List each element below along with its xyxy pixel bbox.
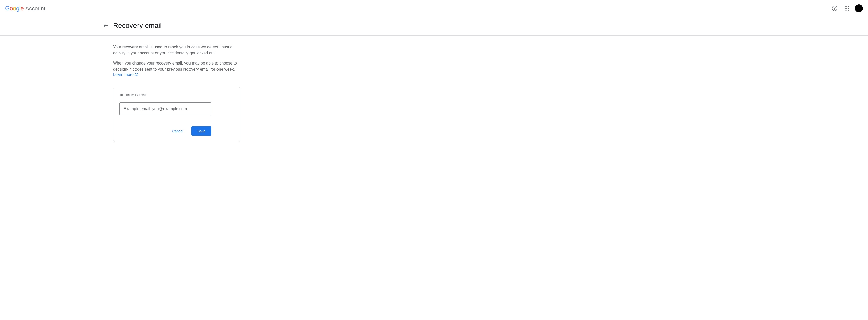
logo[interactable]: Google Account — [4, 5, 45, 12]
help-icon — [832, 5, 838, 11]
back-button[interactable] — [101, 21, 111, 31]
arrow-left-icon — [103, 23, 109, 29]
external-help-icon — [135, 73, 138, 76]
apps-button[interactable] — [842, 3, 852, 13]
description-text-2: When you change your recovery email, you… — [113, 60, 241, 72]
svg-point-7 — [848, 8, 849, 9]
apps-icon — [844, 6, 849, 11]
svg-point-4 — [848, 6, 849, 7]
svg-point-5 — [844, 8, 845, 9]
svg-point-6 — [846, 8, 847, 9]
cancel-button[interactable]: Cancel — [166, 127, 189, 136]
svg-point-8 — [844, 9, 845, 10]
help-button[interactable] — [830, 3, 840, 13]
button-row: Cancel Save — [119, 127, 212, 136]
page-title: Recovery email — [113, 22, 162, 30]
svg-point-2 — [844, 6, 845, 7]
main-content: Your recovery email is used to reach you… — [0, 36, 396, 142]
recovery-email-card: Your recovery email Cancel Save — [113, 87, 241, 142]
learn-more-label: Learn more — [113, 72, 134, 77]
svg-point-13 — [136, 75, 137, 76]
recovery-email-input[interactable] — [119, 102, 212, 115]
field-label: Your recovery email — [119, 93, 234, 97]
svg-point-3 — [846, 6, 847, 7]
description-text-1: Your recovery email is used to reach you… — [113, 44, 241, 56]
save-button[interactable]: Save — [191, 127, 212, 136]
svg-point-9 — [846, 9, 847, 10]
product-label: Account — [25, 5, 45, 12]
learn-more-link[interactable]: Learn more — [113, 72, 138, 77]
top-bar: Google Account — [0, 0, 868, 16]
svg-point-10 — [848, 9, 849, 10]
google-logo: Google — [5, 5, 24, 12]
title-row: Recovery email — [0, 16, 868, 36]
account-avatar[interactable] — [855, 4, 863, 12]
